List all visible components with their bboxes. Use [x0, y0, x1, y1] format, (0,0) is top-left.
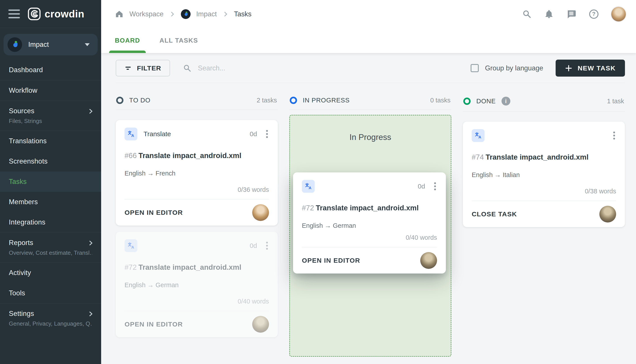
task-language-pair: English → German [125, 282, 269, 289]
crowdin-logo-icon [27, 7, 41, 21]
breadcrumb-current-page: Tasks [234, 10, 252, 18]
column-todo-header: TO DO 2 tasks [116, 97, 278, 110]
sidebar-item-reports[interactable]: Reports Overview, Cost estimate, Transl… [0, 233, 101, 263]
chevron-right-icon [88, 108, 94, 114]
crowdin-app: crowdin Impact Dashboard Workflow Source… [0, 0, 636, 364]
task-title: #66Translate impact_android.xml [125, 151, 269, 160]
task-language-pair: English → French [125, 170, 269, 177]
page-header: Workspace Impact Tasks [101, 0, 636, 53]
chevron-right-icon [88, 311, 94, 317]
task-type-label: Translate [144, 130, 171, 138]
sidebar-item-translations[interactable]: Translations [0, 131, 101, 151]
topbar: Workspace Impact Tasks [101, 0, 636, 28]
sidebar-item-sources[interactable]: Sources Files, Strings [0, 101, 101, 131]
tab-board[interactable]: BOARD [115, 28, 140, 53]
assignee-avatar [420, 252, 437, 269]
svg-text:A: A [478, 135, 481, 139]
svg-text:A: A [131, 133, 134, 138]
column-in-progress: IN PROGRESS 0 tasks In Progress [289, 97, 451, 364]
column-done-header: DONE i 1 task [463, 97, 625, 112]
open-in-editor-button[interactable]: OPEN IN EDITOR [125, 320, 183, 328]
menu-icon[interactable] [9, 10, 20, 18]
search-icon [183, 64, 192, 72]
task-word-progress: 0/40 words [302, 234, 437, 247]
sidebar-header: crowdin [0, 0, 101, 28]
svg-text:A: A [309, 186, 312, 190]
help-icon[interactable]: ? [589, 9, 599, 19]
done-info-icon[interactable]: i [501, 97, 510, 106]
task-language-pair: English → Italian [472, 171, 616, 178]
card-menu-button[interactable] [612, 130, 616, 141]
open-in-editor-button[interactable]: OPEN IN EDITOR [125, 209, 183, 216]
task-duration: 0d [250, 130, 257, 138]
card-menu-button[interactable] [433, 180, 437, 192]
tab-all-tasks[interactable]: ALL TASKS [160, 28, 198, 53]
sidebar-item-activity[interactable]: Activity [0, 263, 101, 283]
translate-task-icon: A [125, 128, 137, 140]
sidebar-item-tools[interactable]: Tools [0, 283, 101, 304]
svg-text:?: ? [592, 11, 595, 17]
task-duration: 0d [250, 242, 257, 250]
column-todo: TO DO 2 tasks [116, 97, 278, 364]
messages-icon[interactable] [566, 9, 576, 19]
assignee-avatar [252, 204, 269, 221]
close-task-button[interactable]: CLOSE TASK [472, 210, 517, 218]
open-in-editor-button[interactable]: OPEN IN EDITOR [302, 257, 360, 264]
card-menu-button[interactable] [265, 128, 269, 140]
sidebar-item-screenshots[interactable]: Screenshots [0, 151, 101, 172]
task-card-66[interactable]: A Translate 0d #66Translate impac [116, 120, 278, 226]
sidebar-item-tasks[interactable]: Tasks [0, 172, 101, 192]
home-icon[interactable] [115, 10, 124, 18]
filter-button[interactable]: FILTER [116, 60, 170, 76]
project-selector[interactable]: Impact [4, 34, 98, 56]
breadcrumb-project-avatar[interactable] [181, 9, 191, 19]
new-task-button[interactable]: NEW TASK [556, 60, 625, 76]
translate-task-icon: A [472, 129, 484, 142]
task-word-progress: 0/38 words [472, 188, 616, 201]
dropzone-label: In Progress [290, 133, 451, 142]
search-input[interactable] [197, 64, 352, 72]
filter-icon [125, 65, 132, 72]
sidebar-nav: Dashboard Workflow Sources Files, String… [0, 60, 101, 364]
sidebar-item-settings[interactable]: Settings General, Privacy, Languages, Q… [0, 304, 101, 333]
group-by-language-label: Group by language [485, 64, 543, 72]
done-count: 1 task [607, 98, 624, 105]
breadcrumb: Workspace Impact Tasks [115, 9, 252, 19]
todo-status-icon [116, 97, 124, 104]
group-by-language-toggle[interactable]: Group by language [471, 64, 543, 72]
sidebar-item-dashboard[interactable]: Dashboard [0, 60, 101, 80]
group-by-language-checkbox[interactable] [471, 64, 479, 72]
crowdin-logo[interactable]: crowdin [27, 7, 84, 21]
sidebar-item-workflow[interactable]: Workflow [0, 80, 101, 101]
search-icon[interactable] [522, 9, 532, 19]
filter-label: FILTER [137, 64, 161, 72]
task-language-pair: English → German [302, 222, 437, 229]
chevron-down-icon [85, 43, 90, 46]
breadcrumb-project[interactable]: Impact [196, 10, 217, 18]
search-box [183, 64, 471, 72]
task-card-72-dragging[interactable]: A 0d #72Translate impact_android [293, 172, 446, 274]
assignee-avatar [252, 316, 269, 333]
project-name: Impact [28, 40, 79, 48]
user-avatar[interactable] [611, 7, 626, 22]
sidebar-item-integrations[interactable]: Integrations [0, 212, 101, 233]
notifications-bell-icon[interactable] [544, 9, 554, 19]
card-menu-button[interactable] [265, 240, 269, 252]
translate-task-icon: A [302, 180, 315, 193]
column-in-progress-header: IN PROGRESS 0 tasks [289, 97, 451, 110]
task-word-progress: 0/36 words [125, 186, 269, 199]
sidebar-item-members[interactable]: Members [0, 192, 101, 212]
column-todo-cards: A Translate 0d #66Translate impac [116, 110, 278, 337]
translate-task-icon: A [125, 239, 137, 252]
task-title: #72Translate impact_android.xml [302, 203, 437, 212]
column-done: DONE i 1 task [463, 97, 625, 364]
plus-icon [565, 64, 572, 72]
breadcrumb-workspace[interactable]: Workspace [129, 10, 164, 18]
in-progress-dropzone[interactable]: In Progress A [289, 115, 451, 357]
in-progress-count: 0 tasks [430, 97, 450, 104]
main-area: Workspace Impact Tasks [101, 0, 636, 364]
task-card-74[interactable]: A #74Translate impact_android.x [463, 122, 625, 227]
task-duration: 0d [418, 182, 425, 190]
sidebar: crowdin Impact Dashboard Workflow Source… [0, 0, 101, 364]
task-card-72-ghost[interactable]: A 0d #72Translate impact_android [116, 232, 278, 337]
